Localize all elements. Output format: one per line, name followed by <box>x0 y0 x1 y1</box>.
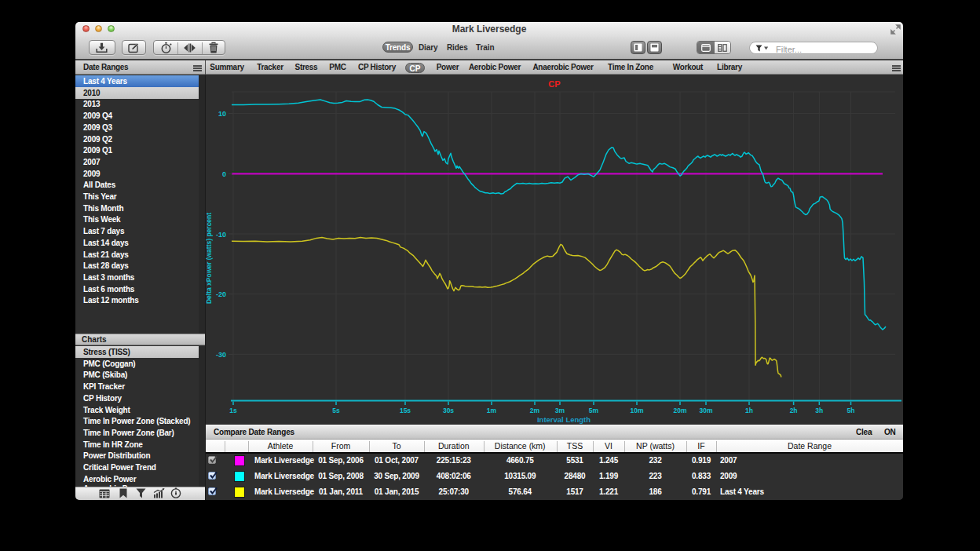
svg-text:30m: 30m <box>699 407 712 414</box>
svg-text:-20: -20 <box>216 290 226 298</box>
svg-text:3h: 3h <box>815 407 823 414</box>
svg-text:5s: 5s <box>332 407 340 414</box>
svg-text:2h: 2h <box>790 407 798 414</box>
svg-text:20m: 20m <box>673 407 686 414</box>
svg-text:-30: -30 <box>216 351 226 359</box>
svg-text:Interval Length: Interval Length <box>537 415 591 424</box>
svg-text:1h: 1h <box>745 407 753 414</box>
svg-text:3m: 3m <box>555 407 565 414</box>
svg-text:1m: 1m <box>487 407 497 414</box>
svg-text:Delta xPower (watts) percent: Delta xPower (watts) percent <box>206 213 213 304</box>
svg-text:5h: 5h <box>847 407 855 414</box>
svg-text:30s: 30s <box>443 407 454 414</box>
svg-text:0: 0 <box>222 170 226 178</box>
svg-text:2m: 2m <box>530 407 540 414</box>
svg-text:1s: 1s <box>229 407 237 414</box>
svg-text:-10: -10 <box>216 231 226 239</box>
svg-text:15s: 15s <box>400 407 411 414</box>
svg-text:10: 10 <box>218 110 226 118</box>
svg-text:10m: 10m <box>630 407 643 414</box>
svg-text:CP: CP <box>548 79 560 89</box>
svg-text:5m: 5m <box>589 407 599 414</box>
